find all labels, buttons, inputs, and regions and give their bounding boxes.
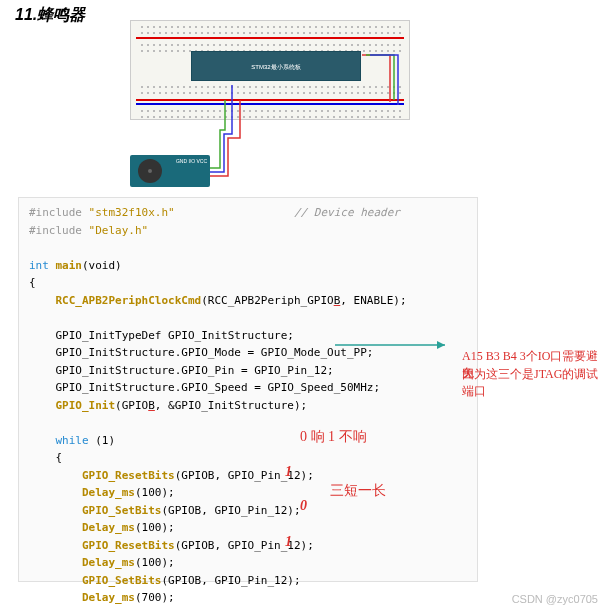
annotation-zero: 0 — [300, 498, 307, 514]
include-file: "Delay.h" — [89, 224, 149, 237]
delay-args: (100); — [135, 521, 175, 534]
rcc-args: , ENABLE); — [340, 294, 406, 307]
delay-call: Delay_ms — [82, 521, 135, 534]
annotation-pattern: 三短一长 — [330, 482, 386, 500]
breadboard: STM32最小系统板 — [130, 20, 410, 120]
init-args: (GPIO — [115, 399, 148, 412]
gpio-args: (GPIOB, GPIO_Pin_12); — [161, 574, 300, 587]
arrow-right — [335, 338, 455, 356]
annotation-jtag-2: 因为这三个是JTAG的调试端口 — [462, 366, 608, 400]
annotation-one-1: 1 — [285, 464, 292, 480]
include-file: "stm32f10x.h" — [89, 206, 175, 219]
gpiob-underline: B — [148, 399, 155, 412]
rcc-args: (RCC_APB2Periph_GPIO — [201, 294, 333, 307]
section-title: 11.蜂鸣器 — [15, 5, 85, 26]
while-cond: (1) — [89, 434, 116, 447]
delay-call: Delay_ms — [82, 591, 135, 604]
reset-bits: GPIO_ResetBits — [82, 469, 175, 482]
include-directive: #include — [29, 206, 89, 219]
watermark: CSDN @zyc0705 — [512, 593, 598, 605]
while-keyword: while — [56, 434, 89, 447]
gpio-speed: GPIO_InitStructure.GPIO_Speed = GPIO_Spe… — [56, 381, 381, 394]
delay-args: (700); — [135, 591, 175, 604]
annotation-sound: 0 响 1 不响 — [300, 428, 367, 446]
delay-args: (100); — [135, 486, 175, 499]
buzzer-module: GND I/O VCC — [130, 155, 210, 187]
gpio-decl: GPIO_InitTypeDef GPIO_InitStructure; — [56, 329, 294, 342]
gpio-pin: GPIO_InitStructure.GPIO_Pin = GPIO_Pin_1… — [56, 364, 334, 377]
rcc-call: RCC_APB2PeriphClockCmd — [56, 294, 202, 307]
brace: { — [56, 451, 63, 464]
func-args: (void) — [82, 259, 122, 272]
gpio-args: (GPIOB, GPIO_Pin_12); — [175, 469, 314, 482]
annotation-one-2: 1 — [285, 534, 292, 550]
buzzer-pin-labels: GND I/O VCC — [176, 157, 207, 165]
set-bits: GPIO_SetBits — [82, 504, 161, 517]
delay-args: (100); — [135, 556, 175, 569]
func-name: main — [56, 259, 83, 272]
mcu-chip: STM32最小系统板 — [191, 51, 361, 81]
delay-call: Delay_ms — [82, 486, 135, 499]
buzzer-speaker — [138, 159, 162, 183]
init-args: , &GPIO_InitStructure); — [155, 399, 307, 412]
gpio-args: (GPIOB, GPIO_Pin_12); — [161, 504, 300, 517]
circuit-diagram: STM32最小系统板 GND I/O VCC — [130, 20, 410, 190]
gpio-init: GPIO_Init — [56, 399, 116, 412]
gpio-mode: GPIO_InitStructure.GPIO_Mode = GPIO_Mode… — [56, 346, 374, 359]
code-block: #include "stm32f10x.h" // Device header … — [18, 197, 478, 582]
gpio-args: (GPIOB, GPIO_Pin_12); — [175, 539, 314, 552]
brace: { — [29, 276, 36, 289]
comment: // Device header — [294, 206, 400, 219]
include-directive: #include — [29, 224, 89, 237]
reset-bits: GPIO_ResetBits — [82, 539, 175, 552]
return-type: int — [29, 259, 56, 272]
set-bits: GPIO_SetBits — [82, 574, 161, 587]
delay-call: Delay_ms — [82, 556, 135, 569]
